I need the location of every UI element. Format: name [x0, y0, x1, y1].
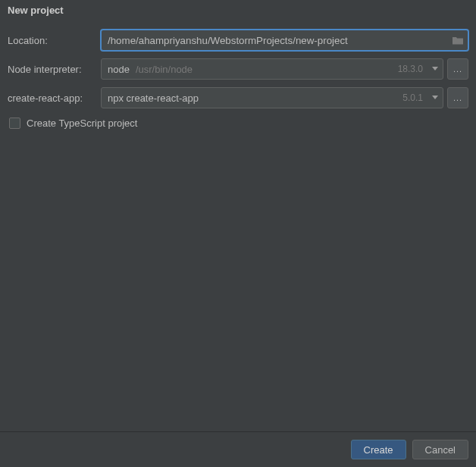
- dialog-footer: Create Cancel: [0, 431, 476, 467]
- chevron-down-icon: [432, 96, 438, 100]
- form-container: Location: Node interpreter: node /usr/bi…: [0, 22, 476, 129]
- location-label: Location:: [8, 35, 95, 46]
- location-row: Location:: [8, 30, 468, 51]
- cra-command: npx create-react-app: [108, 92, 199, 104]
- interpreter-version: 18.3.0: [398, 64, 423, 74]
- cra-browse-button[interactable]: ...: [447, 87, 468, 108]
- cra-label: create-react-app:: [8, 92, 95, 104]
- interpreter-dropdown[interactable]: node /usr/bin/node 18.3.0: [101, 58, 443, 80]
- interpreter-name: node: [108, 64, 130, 75]
- cra-version: 5.0.1: [402, 92, 423, 103]
- interpreter-label: Node interpreter:: [8, 64, 95, 75]
- typescript-checkbox[interactable]: [9, 118, 20, 129]
- cancel-button[interactable]: Cancel: [412, 440, 468, 459]
- spacer: [0, 129, 476, 431]
- chevron-down-icon: [432, 67, 438, 71]
- interpreter-browse-button[interactable]: ...: [447, 58, 468, 80]
- interpreter-path: /usr/bin/node: [136, 64, 193, 75]
- interpreter-row: Node interpreter: node /usr/bin/node 18.…: [8, 58, 468, 80]
- dialog-title: New project: [0, 0, 476, 22]
- location-input[interactable]: [101, 30, 468, 51]
- cra-dropdown[interactable]: npx create-react-app 5.0.1: [101, 87, 443, 108]
- create-button[interactable]: Create: [351, 440, 406, 459]
- typescript-label: Create TypeScript project: [27, 118, 137, 129]
- typescript-row: Create TypeScript project: [8, 118, 468, 129]
- cra-row: create-react-app: npx create-react-app 5…: [8, 87, 468, 108]
